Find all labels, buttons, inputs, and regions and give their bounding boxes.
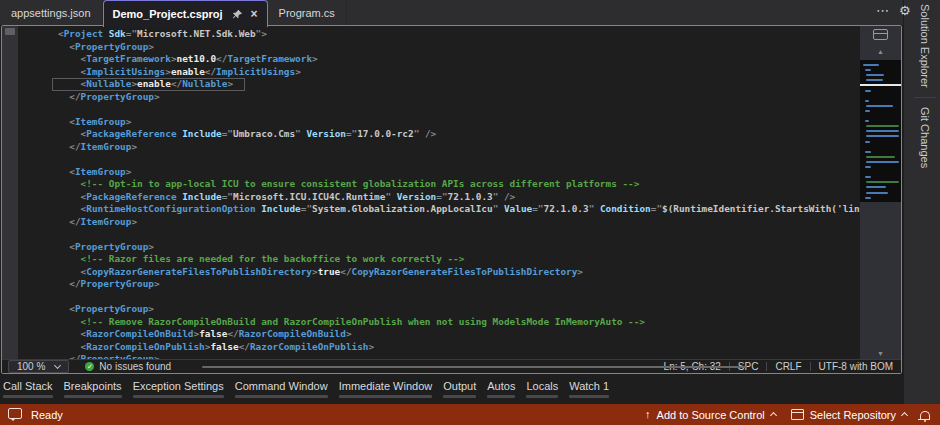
- minimap-line: [865, 197, 872, 199]
- gear-icon[interactable]: ⚙: [899, 3, 911, 18]
- minimap-line: [866, 130, 898, 132]
- code-line: </PropertyGroup>: [2, 278, 860, 291]
- issues-label: No issues found: [99, 361, 171, 372]
- code-line: <TargetFramework>net10.0</TargetFramewor…: [2, 53, 860, 66]
- doc-tab-Program.cs[interactable]: Program.cs: [268, 0, 347, 25]
- side-tab-label: Git Changes: [919, 103, 931, 172]
- minimap-line: [865, 141, 870, 143]
- more-tabs-icon[interactable]: ⋯: [876, 3, 890, 18]
- panel-tab-underline: [569, 395, 609, 398]
- minimap-line: [866, 186, 886, 188]
- code-line: <PropertyGroup>: [2, 241, 860, 254]
- code-line: <RuntimeHostConfigurationOption Include=…: [2, 203, 860, 216]
- status-segment[interactable]: CRLF: [767, 361, 809, 372]
- issues-indicator[interactable]: ✓ No issues found: [85, 361, 171, 372]
- minimap-caret-line: [860, 84, 901, 86]
- check-icon: ✓: [85, 362, 94, 371]
- panel-tab-exception-settings[interactable]: Exception Settings: [133, 375, 224, 398]
- panel-tab-watch-1[interactable]: Watch 1: [569, 375, 609, 398]
- notifications-bell-icon[interactable]: [920, 411, 930, 419]
- panel-tab-label: Call Stack: [3, 380, 53, 392]
- select-repository-label: Select Repository: [810, 409, 896, 421]
- minimap-line: [866, 105, 892, 107]
- up-arrow-icon: ↑: [645, 409, 651, 420]
- code-area[interactable]: <Project Sdk="Microsoft.NET.Sdk.Web"> <P…: [2, 28, 860, 360]
- minimap-line: [866, 135, 899, 137]
- add-to-source-control-label: Add to Source Control: [657, 409, 765, 421]
- panel-tab-label: Command Window: [235, 380, 328, 392]
- tab-label: Program.cs: [279, 7, 335, 19]
- editor-pane[interactable]: <Project Sdk="Microsoft.NET.Sdk.Web"> <P…: [1, 25, 902, 374]
- repository-icon: [791, 409, 804, 420]
- code-line: <ItemGroup>: [2, 166, 860, 179]
- panel-tab-underline: [235, 395, 328, 398]
- minimap-line: [865, 176, 871, 178]
- panel-tab-underline: [443, 395, 476, 398]
- chevron-up-icon: [770, 412, 777, 419]
- add-to-source-control-button[interactable]: ↑ Add to Source Control: [645, 409, 776, 421]
- editor-status-row: 100 % ✓ No issues found Ln: 5, Ch: 32SPC…: [2, 359, 901, 373]
- bottom-panel-tabstrip: Call StackBreakpointsException SettingsC…: [0, 375, 904, 404]
- code-line: <ItemGroup>: [2, 116, 860, 129]
- minimap-line: [865, 90, 872, 92]
- code-line: <PropertyGroup>: [2, 303, 860, 316]
- panel-tab-underline: [3, 395, 53, 398]
- panel-tab-output[interactable]: Output: [443, 375, 476, 398]
- chevron-up-icon: [901, 412, 908, 419]
- select-repository-button[interactable]: Select Repository: [791, 409, 907, 421]
- panel-tab-call-stack[interactable]: Call Stack: [3, 375, 53, 398]
- code-line: <!-- Razor files are needed for the back…: [2, 253, 860, 266]
- code-line: [2, 291, 860, 304]
- panel-tab-command-window[interactable]: Command Window: [235, 375, 328, 398]
- code-line: [2, 103, 860, 116]
- status-ready-label: Ready: [31, 409, 63, 421]
- scroll-down-icon[interactable]: ▼: [860, 350, 901, 358]
- panel-tab-underline: [526, 395, 558, 398]
- code-line: <CopyRazorGenerateFilesToPublishDirector…: [2, 266, 860, 279]
- pin-icon[interactable]: [232, 9, 243, 20]
- panel-tab-label: Breakpoints: [64, 380, 122, 392]
- code-line: <PackageReference Include="Umbraco.Cms" …: [2, 128, 860, 141]
- code-line: <RazorCompileOnPublish>false</RazorCompi…: [2, 341, 860, 354]
- minimap-line: [865, 69, 871, 71]
- tab-label: appsettings.json: [11, 7, 91, 19]
- code-line: <!-- Opt-in to app-local ICU to ensure c…: [2, 178, 860, 191]
- panel-tab-underline: [133, 395, 224, 398]
- code-line: <RazorCompileOnBuild>false</RazorCompile…: [2, 328, 860, 341]
- minimap-line: [866, 161, 899, 163]
- panel-tab-label: Autos: [487, 380, 515, 392]
- minimap[interactable]: [860, 60, 901, 202]
- close-icon[interactable]: ×: [251, 8, 258, 20]
- panel-tab-locals[interactable]: Locals: [526, 375, 558, 398]
- current-line-highlight: [52, 78, 245, 91]
- panel-tab-label: Locals: [526, 380, 558, 392]
- horizontal-scrollbar-thumb[interactable]: [202, 366, 747, 368]
- tab-label: Demo_Project.csproj: [113, 8, 223, 20]
- code-line: <PropertyGroup>: [2, 41, 860, 54]
- split-editor-icon[interactable]: [873, 29, 888, 40]
- side-tab-label: Solution Explorer: [919, 0, 931, 92]
- vs-window: appsettings.jsonDemo_Project.csproj×Prog…: [0, 0, 940, 425]
- status-segment[interactable]: UTF-8 with BOM: [811, 361, 901, 372]
- sidebar-item-git-changes[interactable]: Git Changes: [904, 103, 940, 172]
- doc-tab-Demo_Project.csproj[interactable]: Demo_Project.csproj×: [103, 0, 268, 27]
- zoom-select[interactable]: 100 %: [8, 360, 69, 373]
- minimap-line: [866, 192, 888, 194]
- panel-tab-immediate-window[interactable]: Immediate Window: [339, 375, 433, 398]
- status-bar: Ready ↑ Add to Source Control Select Rep…: [0, 404, 940, 425]
- status-bar-right: ↑ Add to Source Control Select Repositor…: [645, 409, 940, 421]
- code-line: <PackageReference Include="Microsoft.ICU…: [2, 191, 860, 204]
- minimap-scrollbar[interactable]: ▲ ▼: [860, 26, 901, 360]
- panel-tab-underline: [339, 395, 433, 398]
- minimap-line: [866, 156, 895, 158]
- code-line: </ItemGroup>: [2, 216, 860, 229]
- minimap-line: [866, 125, 899, 127]
- minimap-line: [866, 79, 882, 81]
- scroll-up-icon[interactable]: ▲: [860, 48, 901, 56]
- code-line: [2, 153, 860, 166]
- feedback-icon[interactable]: [8, 408, 22, 419]
- panel-tab-autos[interactable]: Autos: [487, 375, 515, 398]
- panel-tab-breakpoints[interactable]: Breakpoints: [64, 375, 122, 398]
- doc-tab-appsettings.json[interactable]: appsettings.json: [0, 0, 103, 25]
- code-line: <ImplicitUsings>enable</ImplicitUsings>: [2, 66, 860, 79]
